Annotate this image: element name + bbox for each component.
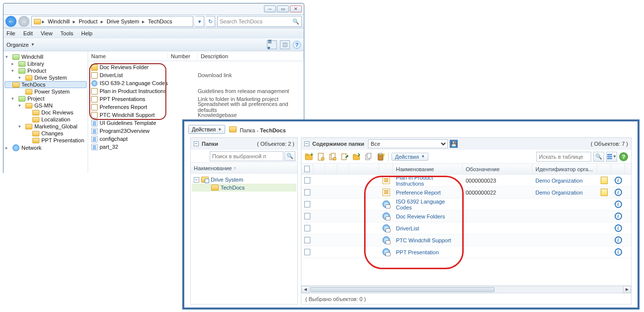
info-icon[interactable]: i <box>615 177 622 184</box>
organize-menu[interactable]: Organize ▼ <box>6 42 35 48</box>
tree-node[interactable]: TechDocs <box>4 81 87 88</box>
scroll-right-button[interactable]: ▶ <box>623 286 631 293</box>
menu-help[interactable]: Help <box>81 30 93 36</box>
info-icon[interactable]: i <box>615 212 622 220</box>
item-link[interactable]: Plan in Product Instructions <box>396 175 460 187</box>
tree-node[interactable]: ▾Marketing_Global <box>4 123 87 130</box>
link-doc-icon[interactable] <box>340 152 349 161</box>
minimize-button[interactable]: ─ <box>264 5 276 12</box>
breadcrumb[interactable]: ▸ Windchill▸ Product▸ Drive System▸ Tech… <box>31 16 193 27</box>
file-row[interactable]: Preferences ReportSpreadsheet with all p… <box>88 103 304 111</box>
paste-icon[interactable]: ★ <box>376 152 385 161</box>
copy-icon[interactable] <box>364 152 373 161</box>
row-checkbox[interactable] <box>304 225 310 231</box>
row-checkbox[interactable] <box>304 249 310 255</box>
item-link[interactable]: PPT Presentation <box>396 249 439 255</box>
menu-file[interactable]: File <box>6 30 15 36</box>
item-link[interactable]: DriverList <box>396 225 419 231</box>
folder-search-input[interactable] <box>210 151 283 161</box>
crumb-0[interactable]: Windchill <box>46 18 72 24</box>
crumb-3[interactable]: TechDocs <box>146 18 174 24</box>
tree-node[interactable]: ▸Network <box>4 144 87 152</box>
refresh-button[interactable]: ↻ <box>206 16 215 27</box>
col-description[interactable]: Description <box>198 53 304 59</box>
table-row[interactable]: PPT Presentationi <box>301 246 631 258</box>
preview-pane-button[interactable]: ◫ <box>280 40 290 49</box>
table-row[interactable]: PTC Windchill Supporti <box>301 234 631 246</box>
help-button[interactable]: ? <box>619 152 628 161</box>
tree-node[interactable]: ▾Windchill <box>4 53 87 60</box>
crumb-2[interactable]: Drive System <box>105 18 141 24</box>
table-search-button[interactable]: 🔍 <box>593 152 604 162</box>
col-name[interactable]: Name <box>88 53 168 59</box>
add-folder-icon[interactable] <box>352 152 361 161</box>
col-organization[interactable]: Идентификатор орга... <box>532 164 597 174</box>
tree-node[interactable]: ▸Library <box>4 60 87 67</box>
row-checkbox[interactable] <box>304 189 310 196</box>
filter-select[interactable]: Все <box>368 139 448 148</box>
file-row[interactable]: Plan in Product InstructionsGuidelines f… <box>88 87 304 95</box>
view-options-button[interactable]: ≣ ▾ <box>267 40 277 49</box>
tree-node[interactable]: Localization <box>4 116 87 123</box>
table-row[interactable]: Plan in Product Instructions0000000023De… <box>301 175 631 187</box>
collapse-button[interactable]: − <box>194 141 199 146</box>
table-row[interactable]: Doc Review Foldersi <box>301 210 631 222</box>
tree-node[interactable]: ▾Project <box>4 95 87 102</box>
scroll-thumb[interactable] <box>310 287 495 292</box>
new-doc-icon[interactable] <box>316 152 325 161</box>
maximize-button[interactable]: ▭ <box>277 5 289 12</box>
multi-doc-icon[interactable] <box>328 152 337 161</box>
file-row[interactable]: DriverListDownload link <box>88 71 304 79</box>
info-icon[interactable]: i <box>615 189 622 196</box>
folder-col-head[interactable]: Наименование ↑ <box>191 163 297 174</box>
file-row[interactable]: PTC Windchill SupportKnowledgebase <box>88 111 304 119</box>
table-row[interactable]: ISO 6392 Language Codesi <box>301 199 631 210</box>
tree-node[interactable]: ▾Drive System <box>4 74 87 81</box>
tree-node[interactable]: ▾GS-MN <box>4 102 87 109</box>
col-number[interactable]: Number <box>168 53 198 59</box>
collapse-button[interactable]: − <box>304 141 309 146</box>
tree-node[interactable]: ▾Product <box>4 67 87 74</box>
close-button[interactable]: ✕ <box>290 5 302 12</box>
info-icon[interactable]: i <box>615 224 622 232</box>
menu-view[interactable]: View <box>41 30 53 36</box>
table-search-input[interactable] <box>536 152 591 162</box>
row-checkbox[interactable] <box>304 177 310 184</box>
row-checkbox[interactable] <box>304 237 310 243</box>
tree-node[interactable]: Changes <box>4 130 87 137</box>
item-link[interactable]: ISO 6392 Language Codes <box>396 199 460 210</box>
info-icon[interactable]: i <box>615 201 622 208</box>
table-row[interactable]: Preference Report0000000022Demo Organiza… <box>301 187 631 199</box>
back-button[interactable]: ← <box>5 16 16 27</box>
search-input[interactable]: Search TechDocs 🔍 <box>217 16 302 27</box>
file-row[interactable]: Doc Reviews Folder <box>88 63 304 71</box>
col-name[interactable]: Наименование <box>393 164 463 174</box>
item-link[interactable]: PTC Windchill Support <box>396 237 451 243</box>
actions-menu-2[interactable]: Действия ▼ <box>391 153 428 161</box>
toggle-button[interactable]: − <box>194 177 199 183</box>
help-button[interactable]: ? <box>293 41 301 49</box>
file-row[interactable]: ISO 639-2 Language Codes <box>88 79 304 87</box>
folder-search-button[interactable]: 🔍 <box>284 151 295 161</box>
table-row[interactable]: DriverListi <box>301 222 631 234</box>
tree-node[interactable]: PPT Presentation <box>4 137 87 144</box>
forward-button[interactable]: → <box>18 16 29 27</box>
org-link[interactable]: Demo Organization <box>535 190 583 196</box>
scroll-left-button[interactable]: ◀ <box>301 286 309 293</box>
info-icon[interactable]: i <box>615 236 622 244</box>
view-menu-button[interactable]: ▼ <box>606 152 617 162</box>
info-icon[interactable]: i <box>615 248 622 256</box>
row-checkbox[interactable] <box>304 201 310 208</box>
menu-edit[interactable]: Edit <box>23 30 33 36</box>
menu-tools[interactable]: Tools <box>60 30 73 36</box>
row-checkbox[interactable] <box>304 213 310 219</box>
actions-menu[interactable]: Действия ▼ <box>188 125 225 134</box>
col-designation[interactable]: Обозначение <box>463 164 532 174</box>
item-link[interactable]: Preference Report <box>396 190 441 196</box>
col-checkbox[interactable] <box>301 164 313 174</box>
org-link[interactable]: Demo Organization <box>535 178 583 184</box>
breadcrumb-dropdown[interactable]: ▾ <box>195 16 204 27</box>
save-filter-button[interactable]: 💾 <box>450 140 458 148</box>
new-folder-icon[interactable]: + <box>304 152 313 161</box>
crumb-1[interactable]: Product <box>77 18 100 24</box>
